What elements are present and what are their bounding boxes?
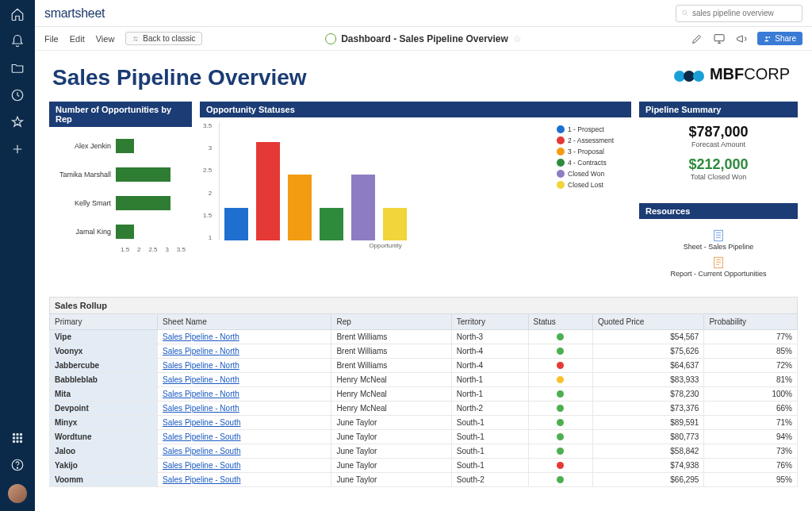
legend-item: 1 - Prospect: [557, 125, 628, 133]
column-header[interactable]: Quoted Price: [592, 314, 704, 330]
cell-prob: 95%: [704, 473, 798, 487]
cell-primary: Yakijo: [50, 459, 158, 473]
svg-point-4: [13, 437, 14, 439]
table-row[interactable]: VoommSales Pipeline - SouthJune TaylorSo…: [50, 473, 798, 487]
cell-territory: North-4: [451, 344, 528, 359]
cell-sheet-link[interactable]: Sales Pipeline - South: [158, 444, 331, 459]
cell-status: [528, 402, 592, 416]
legend-item: 3 - Proposal: [557, 148, 628, 156]
column-header[interactable]: Sheet Name: [158, 314, 331, 330]
folder-icon[interactable]: [10, 60, 25, 76]
share-button[interactable]: Share: [757, 32, 802, 45]
menu-view[interactable]: View: [96, 34, 115, 44]
search-icon: [681, 9, 689, 17]
widget-summary: Pipeline Summary $787,000 Forecast Amoun…: [639, 102, 798, 195]
cell-sheet-link[interactable]: Sales Pipeline - North: [158, 373, 331, 387]
vbar: [256, 142, 280, 240]
cell-rep: Henry McNeal: [331, 387, 451, 402]
cell-sheet-link[interactable]: Sales Pipeline - North: [158, 359, 331, 373]
svg-point-14: [766, 36, 768, 39]
legend-item: Closed Won: [557, 170, 628, 178]
vbar: [320, 208, 343, 240]
table-row[interactable]: VipeSales Pipeline - NorthBrent Williams…: [50, 330, 798, 344]
resource-sheet-link[interactable]: Sheet - Sales Pipeline: [642, 229, 795, 251]
hbar-label: Jamal King: [52, 228, 116, 236]
legend-item: Closed Lost: [557, 181, 628, 189]
home-icon[interactable]: [10, 6, 25, 22]
cell-price: $54,567: [592, 330, 704, 344]
bell-icon[interactable]: [10, 33, 25, 49]
table-row[interactable]: BabbleblabSales Pipeline - NorthHenry Mc…: [50, 373, 798, 387]
cell-rep: June Taylor: [331, 473, 451, 487]
report-icon: [711, 256, 726, 270]
search-box[interactable]: [676, 5, 802, 22]
column-header[interactable]: Territory: [451, 314, 528, 330]
cell-status: [528, 473, 592, 487]
left-rail: [0, 0, 35, 511]
column-header[interactable]: Status: [528, 314, 592, 330]
help-icon[interactable]: [10, 457, 25, 473]
cell-rep: Henry McNeal: [331, 373, 451, 387]
clock-icon[interactable]: [10, 87, 25, 103]
menu-edit[interactable]: Edit: [70, 34, 85, 44]
svg-point-7: [13, 440, 14, 442]
back-to-classic-button[interactable]: Back to classic: [125, 32, 201, 45]
cell-prob: 94%: [704, 430, 798, 444]
column-header[interactable]: Rep: [331, 314, 451, 330]
dashboard-title: Dashboard - Sales Pipeline Overview ☆: [325, 33, 522, 44]
cell-sheet-link[interactable]: Sales Pipeline - North: [158, 402, 331, 416]
cell-prob: 72%: [704, 359, 798, 373]
apps-icon[interactable]: [10, 430, 25, 446]
cell-rep: Brent Williams: [331, 330, 451, 344]
present-icon[interactable]: [713, 33, 726, 45]
favorite-star-icon[interactable]: ☆: [513, 33, 522, 44]
cell-sheet-link[interactable]: Sales Pipeline - North: [158, 387, 331, 402]
hbar-fill: [116, 139, 134, 153]
cell-sheet-link[interactable]: Sales Pipeline - South: [158, 473, 331, 487]
table-row[interactable]: JabbercubeSales Pipeline - NorthBrent Wi…: [50, 359, 798, 373]
widget-rollup: Sales Rollup PrimarySheet NameRepTerrito…: [49, 297, 798, 487]
cell-price: $74,938: [592, 459, 704, 473]
hbar-fill: [116, 167, 170, 182]
plus-icon[interactable]: [10, 141, 25, 157]
cell-prob: 76%: [704, 459, 798, 473]
cell-sheet-link[interactable]: Sales Pipeline - South: [158, 416, 331, 430]
cell-status: [528, 344, 592, 359]
avatar[interactable]: [8, 484, 27, 503]
cell-prob: 71%: [704, 416, 798, 430]
table-row[interactable]: WordtuneSales Pipeline - SouthJune Taylo…: [50, 430, 798, 444]
cell-territory: South-1: [451, 444, 528, 459]
cell-primary: Devpoint: [50, 402, 158, 416]
widget-reps-header: Number of Opportunities by Rep: [49, 102, 192, 127]
legend-item: 4 - Contracts: [557, 159, 628, 167]
table-row[interactable]: JalooSales Pipeline - SouthJune TaylorSo…: [50, 444, 798, 459]
cell-territory: North-3: [451, 330, 528, 344]
table-row[interactable]: YakijoSales Pipeline - SouthJune TaylorS…: [50, 459, 798, 473]
reps-chart: Alex JenkinTamika MarshallKelly SmartJam…: [49, 127, 192, 262]
menu-file[interactable]: File: [44, 34, 59, 44]
table-row[interactable]: MinyxSales Pipeline - SouthJune TaylorSo…: [50, 416, 798, 430]
cell-primary: Mita: [50, 387, 158, 402]
table-row[interactable]: DevpointSales Pipeline - NorthHenry McNe…: [50, 402, 798, 416]
cell-price: $58,842: [592, 444, 704, 459]
cell-prob: 85%: [704, 344, 798, 359]
resource-report-link[interactable]: Report - Current Opportunities: [642, 256, 795, 278]
forecast-amount: $787,000: [642, 124, 795, 140]
cell-status: [528, 444, 592, 459]
megaphone-icon[interactable]: [735, 33, 748, 45]
column-header[interactable]: Probability: [704, 314, 798, 330]
edit-icon[interactable]: [691, 33, 703, 45]
cell-sheet-link[interactable]: Sales Pipeline - South: [158, 459, 331, 473]
cell-rep: Brent Williams: [331, 344, 451, 359]
hbar-label: Alex Jenkin: [52, 142, 116, 150]
table-row[interactable]: MitaSales Pipeline - NorthHenry McNealNo…: [50, 387, 798, 402]
rollup-table: PrimarySheet NameRepTerritoryStatusQuote…: [49, 313, 798, 487]
cell-sheet-link[interactable]: Sales Pipeline - North: [158, 344, 331, 359]
column-header[interactable]: Primary: [50, 314, 158, 330]
cell-status: [528, 330, 592, 344]
table-row[interactable]: VoonyxSales Pipeline - NorthBrent Willia…: [50, 344, 798, 359]
search-input[interactable]: [692, 9, 797, 17]
cell-sheet-link[interactable]: Sales Pipeline - South: [158, 430, 331, 444]
star-icon[interactable]: [10, 114, 25, 130]
cell-sheet-link[interactable]: Sales Pipeline - North: [158, 330, 331, 344]
